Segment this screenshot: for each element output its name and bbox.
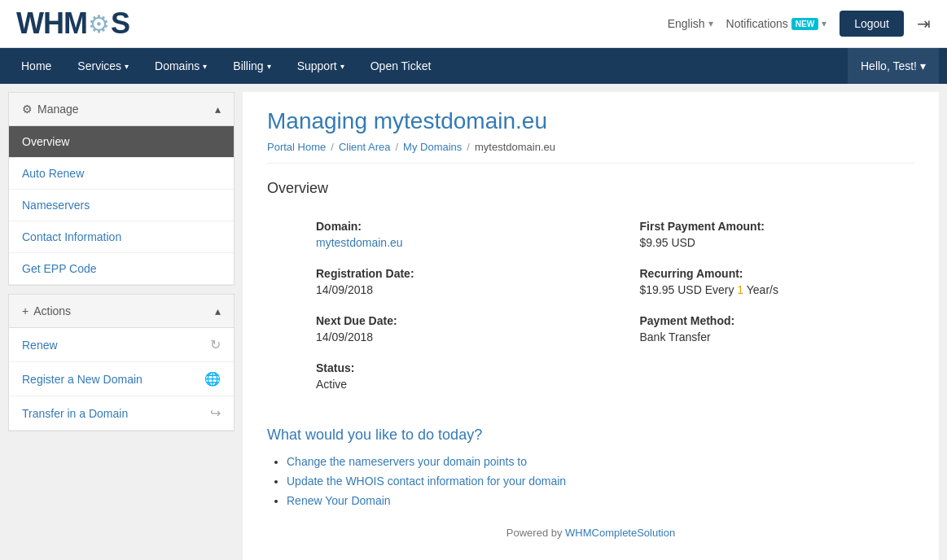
recurring-amount-label: Recurring Amount: [640, 267, 899, 280]
renew-icon: ↻ [210, 337, 221, 352]
footer-text: Powered by [506, 527, 565, 539]
nav-services-caret-icon: ▾ [125, 62, 129, 71]
user-menu-caret-icon: ▾ [920, 59, 926, 72]
breadcrumb-client-area[interactable]: Client Area [339, 141, 391, 153]
nav-item-home[interactable]: Home [8, 48, 64, 84]
payment-method-item: Payment Method: Bank Transfer [591, 308, 915, 350]
sidebar-item-renew[interactable]: Renew ↻ [9, 328, 234, 362]
sidebar-item-auto-renew[interactable]: Auto Renew [9, 158, 234, 190]
sidebar-overview-label: Overview [22, 135, 69, 148]
manage-section-header: ⚙ Manage ▴ [9, 93, 234, 126]
footer: Powered by WHMCompleteSolution [267, 514, 914, 552]
list-item-renew: Renew Your Domain [287, 494, 914, 507]
registration-date-value: 14/09/2018 [316, 283, 575, 296]
sidebar-item-overview[interactable]: Overview [9, 126, 234, 158]
sidebar-renew-label: Renew [22, 339, 58, 352]
breadcrumb-sep-1: / [331, 141, 334, 153]
logo-text-left: WHM [16, 7, 87, 41]
what-to-do-section: What would you like to do today? Change … [267, 427, 914, 507]
sidebar-item-nameservers[interactable]: Nameservers [9, 190, 234, 221]
logout-button[interactable]: Logout [840, 11, 904, 37]
registration-date-item: Registration Date: 14/09/2018 [267, 260, 591, 303]
breadcrumb: Portal Home / Client Area / My Domains /… [267, 141, 914, 164]
domain-label: Domain: [316, 220, 575, 233]
nav-item-open-ticket[interactable]: Open Ticket [357, 48, 445, 84]
overview-right: First Payment Amount: $9.95 USD Recurrin… [591, 213, 915, 402]
sidebar-register-domain-label: Register a New Domain [22, 373, 142, 386]
exit-icon[interactable]: ⇥ [917, 14, 931, 33]
nav-home-label: Home [21, 59, 51, 72]
nav-item-domains[interactable]: Domains ▾ [142, 48, 220, 84]
sidebar-item-transfer-domain[interactable]: Transfer in a Domain ↪ [9, 396, 234, 431]
page-title: Managing mytestdomain.eu [267, 108, 914, 134]
what-to-do-list: Change the nameservers your domain point… [267, 455, 914, 507]
nav-item-billing[interactable]: Billing ▾ [220, 48, 283, 84]
notifications-chevron-icon: ▾ [822, 18, 826, 29]
top-right-area: English ▾ Notifications NEW ▾ Logout ⇥ [668, 11, 931, 37]
list-item-whois: Update the WHOIS contact information for… [287, 475, 914, 488]
payment-method-value: Bank Transfer [640, 330, 899, 343]
actions-header-left: + Actions [22, 304, 71, 317]
user-menu[interactable]: Hello, Test! ▾ [848, 48, 939, 84]
language-chevron-icon: ▾ [708, 18, 713, 29]
sidebar-item-epp-code[interactable]: Get EPP Code [9, 253, 234, 285]
notifications-button[interactable]: Notifications NEW ▾ [726, 17, 827, 30]
sidebar-auto-renew-label: Auto Renew [22, 167, 84, 180]
sidebar-epp-code-label: Get EPP Code [22, 262, 97, 275]
domain-item: Domain: mytestdomain.eu [267, 213, 591, 256]
sidebar: ⚙ Manage ▴ Overview Auto Renew Nameserve… [8, 92, 235, 560]
nav-billing-label: Billing [233, 59, 263, 72]
nav-domains-caret-icon: ▾ [203, 62, 207, 71]
nav-support-label: Support [297, 59, 337, 72]
link-whois[interactable]: Update the WHOIS contact information for… [287, 475, 566, 488]
nav-open-ticket-label: Open Ticket [370, 59, 432, 72]
overview-grid: Domain: mytestdomain.eu Registration Dat… [267, 213, 914, 402]
recurring-amount-prefix: $19.95 USD Every [640, 283, 738, 296]
breadcrumb-sep-3: / [467, 141, 470, 153]
link-renew[interactable]: Renew Your Domain [287, 494, 391, 507]
next-due-label: Next Due Date: [316, 314, 575, 327]
breadcrumb-my-domains[interactable]: My Domains [403, 141, 462, 153]
nav-item-support[interactable]: Support ▾ [284, 48, 357, 84]
breadcrumb-portal-home[interactable]: Portal Home [267, 141, 326, 153]
recurring-amount-value: $19.95 USD Every 1 Year/s [640, 283, 899, 296]
logo-gear-icon: ⚙ [88, 10, 110, 38]
language-selector[interactable]: English ▾ [668, 17, 713, 30]
actions-collapse-icon[interactable]: ▴ [215, 304, 221, 317]
footer-link[interactable]: WHMCompleteSolution [565, 527, 675, 539]
actions-header-label: Actions [33, 304, 71, 317]
payment-method-label: Payment Method: [640, 314, 899, 327]
list-item-nameservers: Change the nameservers your domain point… [287, 455, 914, 468]
actions-section: + Actions ▴ Renew ↻ Register a New Domai… [8, 294, 235, 431]
sidebar-contact-info-label: Contact Information [22, 230, 121, 243]
logo-text-right: S [111, 7, 129, 41]
nav-item-services[interactable]: Services ▾ [64, 48, 142, 84]
manage-header-label: Manage [37, 103, 79, 116]
sidebar-item-contact-info[interactable]: Contact Information [9, 221, 234, 253]
nav-support-caret-icon: ▾ [340, 62, 344, 71]
first-payment-label: First Payment Amount: [640, 220, 899, 233]
link-nameservers[interactable]: Change the nameservers your domain point… [287, 455, 527, 468]
user-menu-label: Hello, Test! [861, 59, 917, 72]
language-label: English [668, 17, 705, 30]
domain-value: mytestdomain.eu [316, 236, 575, 249]
registration-date-label: Registration Date: [316, 267, 575, 280]
nav-billing-caret-icon: ▾ [267, 62, 271, 71]
domain-link[interactable]: mytestdomain.eu [316, 236, 403, 249]
sidebar-item-register-domain[interactable]: Register a New Domain 🌐 [9, 362, 234, 396]
recurring-amount-item: Recurring Amount: $19.95 USD Every 1 Yea… [591, 260, 915, 303]
notifications-label: Notifications [726, 17, 788, 30]
actions-section-header: + Actions ▴ [9, 295, 234, 328]
overview-section-title: Overview [267, 180, 914, 197]
recurring-amount-suffix: Year/s [743, 283, 778, 296]
manage-collapse-icon[interactable]: ▴ [215, 103, 221, 116]
transfer-icon: ↪ [210, 405, 221, 421]
plus-icon: + [22, 304, 28, 317]
next-due-item: Next Due Date: 14/09/2018 [267, 308, 591, 350]
next-due-value: 14/09/2018 [316, 330, 575, 343]
nav-domains-label: Domains [155, 59, 199, 72]
sidebar-transfer-domain-label: Transfer in a Domain [22, 407, 128, 420]
status-item: Status: Active [267, 355, 591, 397]
manage-section: ⚙ Manage ▴ Overview Auto Renew Nameserve… [8, 92, 235, 286]
overview-left: Domain: mytestdomain.eu Registration Dat… [267, 213, 591, 402]
